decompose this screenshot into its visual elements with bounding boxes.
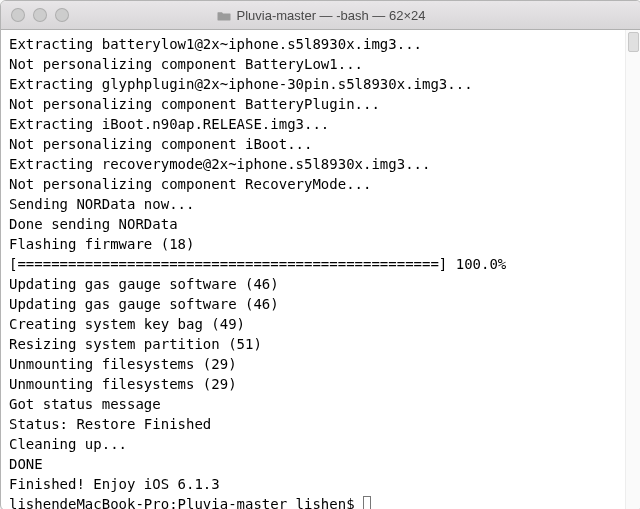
window-title: Pluvia-master — -bash — 62×24 [237,8,426,23]
content-area: Extracting batterylow1@2x~iphone.s5l8930… [1,30,640,509]
minimize-icon[interactable] [33,8,47,22]
titlebar[interactable]: Pluvia-master — -bash — 62×24 [1,1,640,30]
terminal-window: Pluvia-master — -bash — 62×24 Extracting… [0,0,640,509]
prompt: lishendeMacBook-Pro:Pluvia-master lishen… [9,496,363,509]
scrollbar[interactable] [625,30,640,509]
zoom-icon[interactable] [55,8,69,22]
cursor [363,496,371,509]
traffic-lights [1,8,69,22]
close-icon[interactable] [11,8,25,22]
scroll-thumb[interactable] [628,32,639,52]
folder-icon [217,10,231,21]
terminal-output[interactable]: Extracting batterylow1@2x~iphone.s5l8930… [1,30,625,509]
